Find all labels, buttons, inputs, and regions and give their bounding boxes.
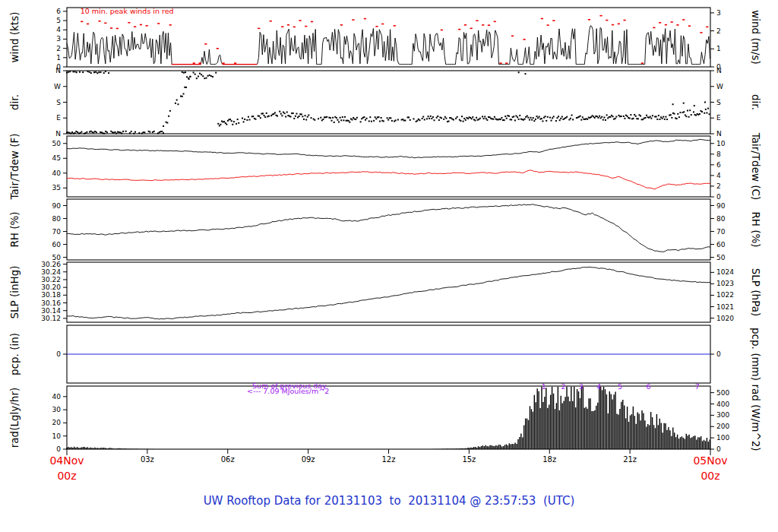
dir-dot: [260, 117, 261, 119]
panel-rad: 0102030400100200300400500rad(Lgly/hr)rad…: [8, 382, 762, 453]
dir-dot: [233, 121, 235, 122]
dir-dot: [387, 117, 388, 119]
peak-wind-dot: [352, 19, 354, 21]
peak-wind-dot: [476, 20, 478, 21]
dir-dot: [476, 117, 477, 119]
dir-dot: [500, 119, 501, 120]
dir-dot: [644, 117, 646, 119]
dir-dot: [517, 116, 518, 118]
dir-dot: [70, 133, 71, 135]
dir-dot: [121, 132, 122, 134]
y-tick-label-right: 90: [716, 202, 726, 210]
dir-dot: [395, 119, 397, 121]
dir-dot: [527, 116, 528, 117]
dir-dot: [650, 116, 651, 118]
dir-dot: [707, 108, 709, 109]
dir-dot: [96, 131, 97, 133]
dir-dot: [66, 72, 68, 74]
y-tick-label-left: 70: [52, 228, 62, 236]
dir-dot: [457, 116, 458, 118]
peak-wind-dot: [299, 20, 301, 21]
y-tick-label-left: 20: [52, 419, 62, 426]
end-date-label: 05Nov: [693, 454, 727, 467]
dir-dot: [68, 131, 69, 133]
dir-dot: [342, 116, 343, 118]
dir-dot: [542, 120, 543, 122]
peak-wind-dot: [547, 24, 549, 26]
dir-dot: [113, 132, 115, 134]
dir-outlier-dot: [694, 105, 695, 106]
y-tick-label-left: 5: [56, 17, 61, 24]
y-tick-label-right: 0: [716, 193, 721, 201]
peak-wind-dot: [198, 62, 201, 64]
dir-dot: [185, 87, 187, 88]
axis-title-left: SLP (inHg): [8, 265, 21, 318]
y-tick-label-right: 2: [716, 182, 721, 190]
dir-dot: [340, 119, 342, 121]
dir-dot: [460, 120, 461, 122]
dir-dot: [326, 116, 327, 118]
dir-outlier-dot: [704, 102, 706, 103]
dir-dot: [375, 118, 377, 119]
dir-dot: [153, 131, 155, 132]
dir-dot: [96, 72, 98, 74]
dir-dot: [277, 116, 278, 117]
peak-wind-dot: [375, 26, 378, 27]
dir-dot: [215, 72, 217, 74]
peak-wind-dot: [134, 26, 136, 27]
dir-dot: [438, 119, 440, 121]
dir-dot: [701, 111, 703, 112]
dir-dot: [709, 113, 710, 115]
dir-dot: [594, 117, 596, 119]
dir-dot: [237, 119, 239, 120]
dir-dot: [103, 133, 105, 135]
dir-dot: [303, 119, 305, 120]
y-tick-label-left: 40: [52, 393, 62, 401]
dir-dot: [71, 131, 73, 133]
dir-dot: [627, 116, 628, 117]
dir-dot: [78, 132, 80, 134]
dir-dot: [204, 78, 205, 79]
dir-dot: [656, 119, 658, 120]
x-tick-label: 21z: [623, 455, 637, 464]
dir-dot: [685, 116, 687, 117]
dir-dot: [307, 116, 308, 118]
mj-milestone-label: 4: [596, 382, 601, 391]
y-tick-label-left: 30: [52, 406, 62, 413]
dir-dot: [120, 131, 122, 133]
mj-milestone-label: 3: [579, 382, 584, 391]
y-tick-label-right: S: [716, 99, 721, 106]
dir-outlier-dot: [683, 103, 685, 104]
dir-dot: [85, 132, 87, 134]
dir-dot: [444, 116, 446, 118]
dir-dot: [448, 121, 450, 122]
y-tick-label-right: 1020: [716, 315, 734, 322]
dir-dot: [529, 119, 530, 121]
y-tick-label-left: 30.16: [41, 299, 61, 307]
peak-wind-dot: [470, 27, 473, 29]
dir-dot: [73, 133, 74, 135]
dir-dot: [547, 116, 549, 118]
dir-dot: [461, 116, 463, 117]
peak-wind-dot: [458, 29, 460, 30]
dir-dot: [624, 118, 625, 119]
dir-dot: [75, 131, 77, 132]
y-tick-label-left: 90: [52, 202, 62, 210]
dir-dot: [664, 119, 666, 120]
dir-dot: [471, 118, 473, 119]
dir-dot: [408, 116, 410, 118]
peak-wind-dot: [541, 18, 543, 20]
series-rh-line: [67, 204, 710, 252]
dir-dot: [157, 132, 159, 134]
dir-dot: [338, 122, 340, 123]
y-tick-label-left: 30.18: [41, 291, 61, 299]
peak-wind-dot: [140, 24, 142, 26]
y-tick-label-right: 400: [716, 401, 729, 408]
dir-dot: [177, 103, 179, 105]
dir-dot: [129, 132, 131, 134]
dir-dot: [609, 116, 611, 118]
dir-dot: [424, 119, 425, 120]
dir-dot: [143, 131, 144, 133]
peak-wind-dot: [606, 20, 608, 21]
y-tick-label-right: 500: [716, 389, 729, 397]
